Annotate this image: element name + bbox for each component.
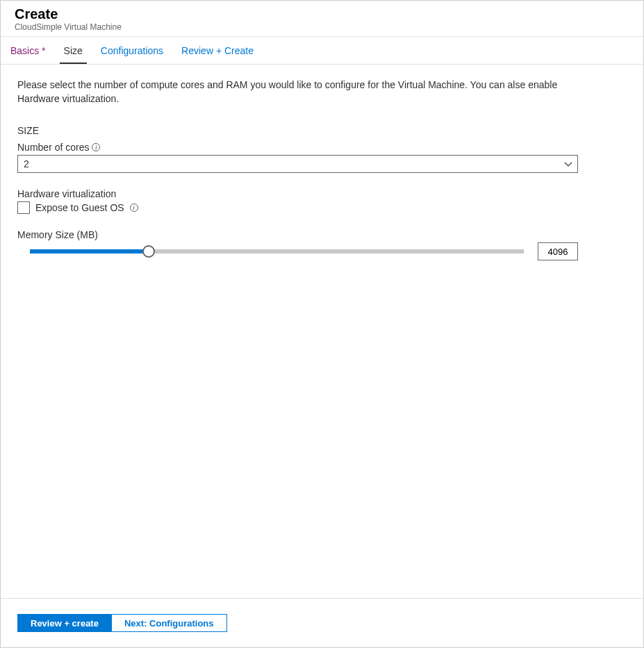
- page-title: Create: [15, 6, 629, 22]
- footer: Review + create Next: Configurations: [1, 598, 643, 647]
- memory-slider-row: [17, 242, 578, 260]
- hw-virt-checkbox[interactable]: [17, 201, 30, 214]
- review-create-button[interactable]: Review + create: [17, 614, 111, 632]
- memory-slider-thumb[interactable]: [142, 245, 155, 258]
- cores-label: Number of cores i: [17, 142, 627, 153]
- next-configurations-button[interactable]: Next: Configurations: [111, 614, 227, 632]
- hw-virt-row: Expose to Guest OS i: [17, 201, 627, 214]
- info-icon[interactable]: i: [130, 203, 138, 212]
- page-header: Create CloudSimple Virtual Machine: [1, 1, 643, 37]
- cores-select-value: 2: [24, 158, 29, 169]
- memory-slider-fill: [30, 249, 149, 254]
- tab-bar: Basics * Size Configurations Review + Cr…: [1, 37, 643, 65]
- memory-label: Memory Size (MB): [17, 229, 627, 240]
- intro-text: Please select the number of compute core…: [17, 78, 573, 106]
- tab-configurations[interactable]: Configurations: [99, 38, 165, 63]
- content-area: Please select the number of compute core…: [1, 65, 643, 598]
- memory-slider[interactable]: [30, 249, 524, 254]
- section-heading-size: SIZE: [17, 125, 627, 136]
- memory-value-input[interactable]: [538, 242, 578, 260]
- hw-virt-checkbox-label: Expose to Guest OS: [35, 202, 124, 213]
- tab-basics[interactable]: Basics *: [9, 38, 47, 63]
- info-icon[interactable]: i: [92, 143, 100, 151]
- cores-select-wrap: 2: [17, 155, 578, 173]
- hw-virt-label: Hardware virtualization: [17, 188, 627, 199]
- tab-review-create[interactable]: Review + Create: [180, 38, 255, 63]
- tab-size[interactable]: Size: [63, 38, 84, 63]
- page-subtitle: CloudSimple Virtual Machine: [15, 22, 629, 32]
- cores-label-text: Number of cores: [17, 142, 89, 153]
- cores-select[interactable]: 2: [17, 155, 578, 173]
